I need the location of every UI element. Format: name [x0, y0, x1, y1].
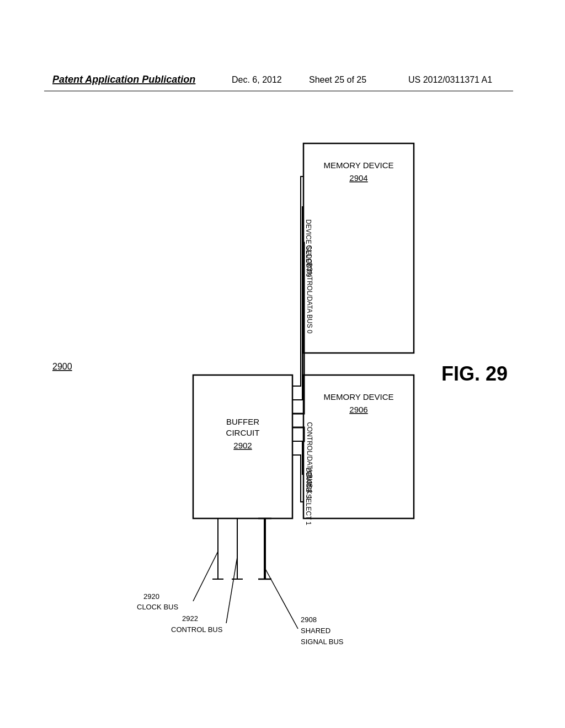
buffer-ref: 2902 — [233, 441, 252, 450]
ctrl-data-bus-1-line — [292, 427, 304, 441]
device-select-1-text: DEVICE SELECT 1 — [305, 468, 312, 526]
system-label: 2900 — [52, 362, 72, 371]
pub-title-svg: Patent Application Publication — [52, 74, 195, 85]
shared-bus-ref-num: 2908 — [301, 615, 317, 624]
shared-bus-label2-text: SIGNAL BUS — [301, 638, 344, 646]
sheet-svg: Sheet 25 of 25 — [309, 75, 366, 84]
clock-bus-ref-pointer — [193, 552, 218, 601]
buffer-label-2: CIRCUIT — [226, 428, 260, 437]
clock-1-line — [292, 441, 303, 474]
ctrl-bus-label-text: CONTROL BUS — [171, 625, 223, 634]
ctrl-bus-ref-num: 2922 — [182, 614, 198, 623]
ctrl-bus-ref-pointer — [226, 557, 237, 623]
buffer-label-1: BUFFER — [226, 417, 259, 426]
shared-bus-ref-pointer — [265, 568, 298, 629]
clock-bus-ref-num: 2920 — [143, 592, 159, 601]
clock-bus-label-text: CLOCK BUS — [137, 603, 178, 611]
mem-dev-1-ref: 2906 — [349, 405, 367, 414]
clock-0-line — [292, 207, 303, 400]
mem-dev-1-label: MEMORY DEVICE — [324, 392, 394, 402]
patent-num-svg: US 2012/0311371 A1 — [408, 75, 492, 84]
ctrl-data-bus-0-text: CONTROL/DATA BUS 0 — [306, 262, 313, 334]
pub-date-svg: Dec. 6, 2012 — [232, 75, 282, 84]
mem-dev-0-ref: 2904 — [349, 173, 367, 183]
shared-bus-label1-text: SHARED — [301, 627, 331, 635]
fig-label: FIG. 29 — [441, 362, 508, 385]
main-diagram-svg: Patent Application Publication Dec. 6, 2… — [22, 61, 535, 700]
mem-dev-0-label: MEMORY DEVICE — [324, 160, 394, 170]
